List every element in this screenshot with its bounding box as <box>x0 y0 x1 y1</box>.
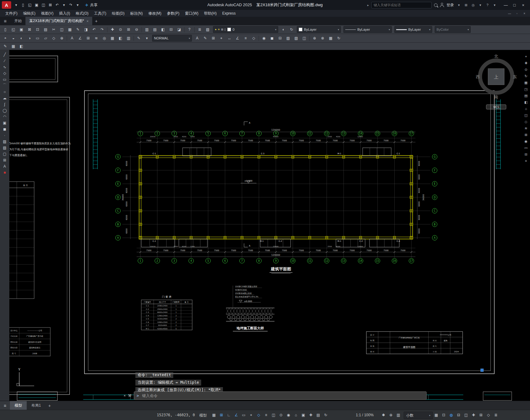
rotate-icon[interactable]: ↻ <box>335 35 343 42</box>
customization-icon[interactable]: ▦ <box>433 412 440 418</box>
ungroup-icon[interactable]: ⊗ <box>319 35 327 42</box>
multiline-text-icon[interactable]: A <box>193 35 201 42</box>
in-place-edit-icon[interactable]: ✎ <box>1 43 9 50</box>
group-icon[interactable]: ⊕ <box>58 35 66 42</box>
search-chevron-icon[interactable]: ▸ <box>367 3 369 7</box>
spline-icon[interactable]: ∫ <box>1 101 8 107</box>
layer-states-icon[interactable]: ▧ <box>204 26 212 33</box>
workspace-switching-icon[interactable]: ✱ <box>380 412 387 418</box>
new-tab-button[interactable]: + <box>92 17 100 25</box>
visual-style-icon[interactable]: ◧ <box>523 99 529 105</box>
sheet-set-manager-icon[interactable]: ⊟ <box>167 26 175 33</box>
hatch-icon[interactable]: ▨ <box>284 35 292 42</box>
layer-control-dropdown[interactable]: ●☀⊠▯ 0 ▾ <box>213 26 278 33</box>
linetype-control-dropdown[interactable]: ByLayer ▾ <box>343 26 392 33</box>
selection-cycling-icon[interactable]: ⊙ <box>278 412 284 418</box>
region-icon[interactable]: ▢ <box>1 151 8 157</box>
grid-icon[interactable]: ⊞ <box>523 132 529 138</box>
circle-icon[interactable]: ○ <box>1 89 8 95</box>
menu-item[interactable]: 标注(N) <box>127 10 146 17</box>
tab-layout1[interactable]: 布局1 <box>27 401 46 410</box>
camera-icon[interactable]: ◫ <box>523 112 529 118</box>
menu-item[interactable]: 修改(M) <box>146 10 164 17</box>
viewport-icon[interactable]: ◳ <box>523 86 529 92</box>
construction-line-icon[interactable]: ∕ <box>1 58 8 64</box>
save-icon[interactable]: ▣ <box>34 2 40 8</box>
new-layout-button[interactable]: + <box>46 403 54 408</box>
menu-item[interactable]: 格式(O) <box>73 10 91 17</box>
markup-import-icon[interactable]: ◪ <box>175 26 183 33</box>
command-input-field[interactable]: > <box>134 391 427 400</box>
showmotion-icon[interactable]: ▦ <box>523 80 529 85</box>
polar-tracking-icon[interactable]: ∠ <box>233 412 240 418</box>
search-input[interactable] <box>372 3 431 7</box>
selection-grip[interactable] <box>481 369 483 372</box>
table-style-icon[interactable]: ⊞ <box>84 35 92 42</box>
text-style-dropdown[interactable]: NORMAL ▾ <box>152 35 192 42</box>
make-block-icon[interactable]: ◼ <box>268 35 276 42</box>
lineweight-control-dropdown[interactable]: ByLayer ▾ <box>394 26 432 33</box>
help-arrow-icon[interactable]: ▾ <box>492 2 497 7</box>
status-menu-icon[interactable]: ≣ <box>492 412 499 418</box>
isolate-icon[interactable]: ◇ <box>523 119 529 124</box>
point-icon[interactable]: ∙ <box>1 132 8 138</box>
annotation-scale-value[interactable]: 1:1 / 100% <box>356 413 374 417</box>
transparency-icon[interactable]: ◫ <box>270 412 277 418</box>
security-icon[interactable]: ◇ <box>485 412 492 418</box>
draw-order-below-icon[interactable]: ◑ <box>25 35 34 42</box>
autoscale-icon[interactable]: ↻ <box>322 412 329 418</box>
menu-item[interactable]: 文件(F) <box>2 10 20 17</box>
gradient-icon[interactable]: ▧ <box>292 35 300 42</box>
paste-clip-icon[interactable]: ▦ <box>66 26 74 33</box>
tab-close-icon[interactable]: × <box>87 19 88 23</box>
lineweight-display-icon[interactable]: ≡ <box>263 412 270 418</box>
publish-icon[interactable]: ▤ <box>42 26 50 33</box>
tolerance-icon[interactable]: ◇ <box>250 35 258 42</box>
boundary-icon[interactable]: ◫ <box>300 35 308 42</box>
dimension-style-icon[interactable]: ∠ <box>76 35 84 42</box>
color-control-dropdown[interactable]: ByLayer ▾ <box>297 26 341 33</box>
command-close-icon[interactable]: × <box>124 394 126 398</box>
menu-item[interactable]: 工具(T) <box>91 10 109 17</box>
qnew-icon[interactable]: ▯ <box>1 26 9 33</box>
group-create-icon[interactable]: ⊕ <box>310 35 319 42</box>
linear-dimension-icon[interactable]: ↔ <box>225 35 233 42</box>
object-snap-icon[interactable]: ◇ <box>255 412 262 418</box>
cad-drawing[interactable]: 1122334455667788991010111112121313141415… <box>0 50 530 401</box>
draw-order-back-icon[interactable]: ◒ <box>9 35 17 42</box>
cut-icon[interactable]: ✂ <box>50 26 58 33</box>
motion-path-icon[interactable]: ▭ <box>523 145 529 151</box>
graphics-performance-icon[interactable]: ◍ <box>448 412 455 418</box>
share-button[interactable]: ✈ 共享 <box>85 2 97 8</box>
polyline-icon[interactable]: ∿ <box>1 64 8 70</box>
app-store-icon[interactable]: ⊞ <box>464 2 469 7</box>
insert-block-icon[interactable]: ▣ <box>1 120 8 126</box>
dynamic-ucs-icon[interactable]: ⌂ <box>292 412 299 418</box>
full-navigation-wheel-icon[interactable]: ⌖ <box>523 54 529 59</box>
menu-item[interactable]: 帮助(H) <box>201 10 220 17</box>
arc-icon[interactable]: ⌒ <box>1 83 8 88</box>
model-space-button[interactable]: 模型 <box>199 413 207 418</box>
sysvar-monitor-icon[interactable]: ⊞ <box>478 412 484 418</box>
revision-cloud-icon[interactable]: ☁ <box>1 95 8 101</box>
lock-ui-icon[interactable]: ◫ <box>463 412 469 418</box>
gradient-icon[interactable]: ▧ <box>1 145 8 151</box>
edit-text-icon[interactable]: ✎ <box>201 35 209 42</box>
wipeout-icon[interactable]: ▭ <box>34 35 42 42</box>
angular-dimension-icon[interactable]: ∠ <box>233 35 242 42</box>
home-view-icon[interactable]: ⌂ <box>523 106 529 111</box>
array-icon[interactable]: ▦ <box>327 35 335 42</box>
undo-arrow-icon[interactable]: ▾ <box>61 2 67 8</box>
save-as-icon[interactable]: ◫ <box>40 2 47 8</box>
help-icon[interactable]: ? <box>485 2 490 7</box>
menu-item[interactable]: 视图(V) <box>38 10 56 17</box>
region-icon[interactable]: ◇ <box>50 35 58 42</box>
revision-frame-icon[interactable]: ▱ <box>42 35 50 42</box>
redo-arrow-icon[interactable]: ▾ <box>75 2 81 8</box>
selection-filtering-icon[interactable]: ▣ <box>300 412 307 418</box>
line-icon[interactable]: ╱ <box>1 52 8 57</box>
zoom-window-icon[interactable]: ⊞ <box>125 26 133 33</box>
command-input[interactable] <box>142 393 424 398</box>
pan-icon[interactable]: ✚ <box>523 60 529 66</box>
layer-previous-icon[interactable]: ↻ <box>288 26 296 33</box>
